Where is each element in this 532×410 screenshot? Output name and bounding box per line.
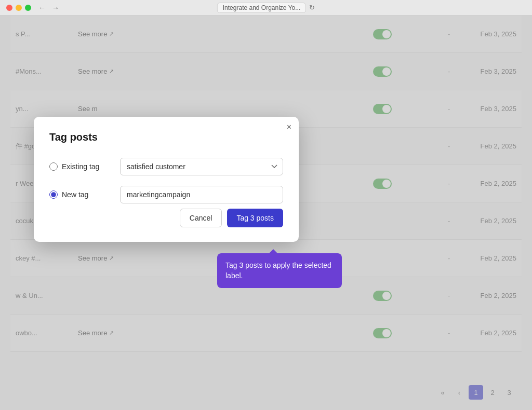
window-maximize-button[interactable] — [25, 5, 31, 11]
new-tag-input[interactable] — [120, 186, 283, 203]
window-controls — [6, 5, 31, 11]
window-chrome: ← → Integrate and Organize Yo... ↻ — [0, 0, 532, 16]
nav-forward-button[interactable]: → — [51, 4, 60, 12]
new-tag-label[interactable]: New tag — [49, 190, 112, 199]
cancel-button[interactable]: Cancel — [180, 209, 222, 227]
window-title: Integrate and Organize Yo... — [217, 3, 306, 13]
tooltip-text: Tag 3 posts to apply the selected label. — [225, 261, 331, 280]
modal-title: Tag posts — [49, 131, 283, 143]
tag-posts-tooltip: Tag 3 posts to apply the selected label. — [217, 253, 342, 288]
new-tag-radio[interactable] — [49, 190, 58, 199]
modal-form: Existing tag satisfied customer New tag — [49, 158, 283, 203]
existing-tag-radio[interactable] — [49, 162, 58, 171]
window-title-bar: Integrate and Organize Yo... ↻ — [217, 3, 315, 13]
existing-tag-label[interactable]: Existing tag — [49, 162, 112, 171]
existing-tag-select[interactable]: satisfied customer — [120, 158, 283, 175]
window-nav: ← → — [37, 4, 60, 12]
existing-tag-row: Existing tag satisfied customer — [49, 158, 283, 175]
content-area: s P... See more ↗ - Feb 3, 2025 #Mons...… — [0, 16, 532, 410]
modal-actions: Cancel Tag 3 posts — [49, 209, 283, 227]
tag-posts-modal: × Tag posts Existing tag satisfied custo… — [34, 117, 299, 242]
tag-posts-button[interactable]: Tag 3 posts — [227, 209, 283, 227]
window-close-button[interactable] — [6, 5, 12, 11]
new-tag-row: New tag — [49, 186, 283, 203]
nav-back-button[interactable]: ← — [37, 4, 47, 12]
window-minimize-button[interactable] — [16, 5, 22, 11]
modal-close-button[interactable]: × — [287, 123, 291, 131]
refresh-icon[interactable]: ↻ — [309, 4, 315, 11]
